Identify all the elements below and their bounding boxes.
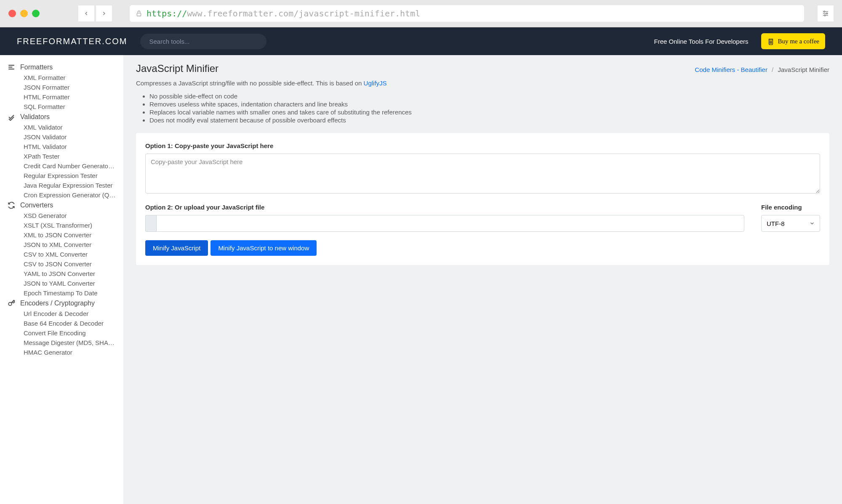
- minify-new-window-button[interactable]: Minify JavaScript to new window: [210, 240, 317, 256]
- sidebar-item[interactable]: JSON to YAML Converter: [0, 279, 123, 288]
- back-button[interactable]: [78, 5, 94, 21]
- form-card: Option 1: Copy-paste your JavaScript her…: [136, 133, 829, 265]
- traffic-lights: [8, 10, 40, 17]
- sidebar-item[interactable]: XML Formatter: [0, 73, 123, 82]
- search-input[interactable]: [140, 34, 266, 49]
- feature-item: Removes useless white spaces, indentatio…: [149, 101, 829, 108]
- maximize-window-button[interactable]: [32, 10, 40, 17]
- sidebar-item[interactable]: Credit Card Number Generator & V...: [0, 161, 123, 171]
- sidebar-item[interactable]: CSV to JSON Converter: [0, 259, 123, 269]
- file-browse-button[interactable]: [145, 215, 156, 232]
- sidebar-item[interactable]: HMAC Generator: [0, 347, 123, 357]
- breadcrumb-parent[interactable]: Code Minifiers - Beautifier: [695, 66, 767, 73]
- converters-icon: [8, 202, 15, 209]
- tagline: Free Online Tools For Developers: [654, 38, 749, 45]
- sidebar-section-validators[interactable]: Validators: [0, 111, 123, 122]
- intro-text: Compresses a JavaScript string/file with…: [136, 80, 829, 87]
- sidebar-item[interactable]: Url Encoder & Decoder: [0, 309, 123, 318]
- svg-rect-0: [137, 13, 141, 16]
- page-header: JavaScript Minifier Code Minifiers - Bea…: [136, 63, 829, 74]
- forward-button[interactable]: [96, 5, 112, 21]
- option2-label: Option 2: Or upload your JavaScript file: [145, 204, 744, 211]
- coffee-icon: [767, 37, 775, 46]
- sidebar-section-label: Converters: [20, 202, 53, 209]
- sidebar-item[interactable]: Cron Expression Generator (Quartz): [0, 190, 123, 200]
- javascript-input[interactable]: [145, 154, 820, 194]
- sidebar-item[interactable]: HTML Validator: [0, 142, 123, 151]
- feature-item: Replaces local variable names with small…: [149, 109, 829, 116]
- close-window-button[interactable]: [8, 10, 16, 17]
- formatters-icon: [8, 64, 15, 71]
- form-row: Option 2: Or upload your JavaScript file…: [145, 204, 820, 232]
- button-row: Minify JavaScript Minify JavaScript to n…: [145, 240, 820, 256]
- sidebar-item[interactable]: Regular Expression Tester: [0, 171, 123, 180]
- chevron-right-icon: [101, 11, 107, 16]
- sidebar-item[interactable]: JSON Formatter: [0, 82, 123, 92]
- coffee-label: Buy me a coffee: [778, 38, 819, 45]
- svg-rect-10: [8, 65, 14, 66]
- url-rest: www.freeformatter.com/javascript-minifie…: [187, 8, 420, 19]
- breadcrumb: Code Minifiers - Beautifier / JavaScript…: [695, 66, 829, 73]
- url-bar[interactable]: https://www.freeformatter.com/javascript…: [130, 5, 804, 22]
- option1-label: Option 1: Copy-paste your JavaScript her…: [145, 142, 820, 149]
- lock-icon: [136, 10, 142, 17]
- feature-item: Does not modify eval statement because o…: [149, 117, 829, 124]
- uglifyjs-link[interactable]: UglifyJS: [364, 80, 387, 87]
- sidebar-item[interactable]: XSD Generator: [0, 211, 123, 220]
- sidebar-item[interactable]: XML to JSON Converter: [0, 230, 123, 240]
- minify-button[interactable]: Minify JavaScript: [145, 240, 208, 256]
- sidebar-section-formatters[interactable]: Formatters: [0, 62, 123, 73]
- page-wrap: FormattersXML FormatterJSON FormatterHTM…: [0, 55, 842, 504]
- buy-coffee-button[interactable]: Buy me a coffee: [761, 33, 825, 49]
- sidebar-item[interactable]: CSV to XML Converter: [0, 249, 123, 259]
- sidebar-item[interactable]: Epoch Timestamp To Date: [0, 288, 123, 298]
- breadcrumb-separator: /: [772, 66, 773, 73]
- browser-chrome: https://www.freeformatter.com/javascript…: [0, 0, 842, 27]
- sidebar-item[interactable]: JSON Validator: [0, 132, 123, 142]
- logo[interactable]: FREEFORMATTER.COM: [17, 37, 128, 46]
- file-input[interactable]: [145, 215, 744, 232]
- sidebar-item[interactable]: YAML to JSON Converter: [0, 269, 123, 279]
- encoding-label: File encoding: [761, 204, 820, 211]
- sidebar-item[interactable]: Convert File Encoding: [0, 328, 123, 338]
- minimize-window-button[interactable]: [20, 10, 28, 17]
- sidebar-item[interactable]: XPath Tester: [0, 151, 123, 161]
- feature-item: No possible side-effect on code: [149, 93, 829, 100]
- sliders-icon: [822, 10, 829, 17]
- breadcrumb-current: JavaScript Minifier: [778, 66, 829, 73]
- svg-rect-11: [8, 67, 12, 68]
- encoding-select[interactable]: UTF-8: [761, 215, 820, 232]
- svg-point-5: [826, 13, 828, 14]
- svg-point-4: [824, 11, 825, 12]
- settings-button[interactable]: [818, 5, 834, 21]
- sidebar-item[interactable]: HTML Formatter: [0, 92, 123, 102]
- file-display: [156, 215, 744, 232]
- sidebar-section-converters[interactable]: Converters: [0, 200, 123, 211]
- sidebar: FormattersXML FormatterJSON FormatterHTM…: [0, 55, 123, 504]
- encoders-icon: [8, 300, 15, 307]
- sidebar-item[interactable]: SQL Formatter: [0, 102, 123, 111]
- sidebar-item[interactable]: JSON to XML Converter: [0, 240, 123, 249]
- nav-buttons: [78, 5, 112, 21]
- sidebar-section-label: Formatters: [20, 64, 53, 71]
- chevron-left-icon: [83, 11, 89, 16]
- features-list: No possible side-effect on codeRemoves u…: [136, 93, 829, 124]
- sidebar-item[interactable]: Message Digester (MD5, SHA-256, ...: [0, 338, 123, 347]
- sidebar-item[interactable]: XML Validator: [0, 122, 123, 132]
- site-header: FREEFORMATTER.COM Free Online Tools For …: [0, 27, 842, 55]
- main-content: JavaScript Minifier Code Minifiers - Bea…: [123, 55, 842, 504]
- sidebar-section-encoders[interactable]: Encoders / Cryptography: [0, 298, 123, 309]
- page-title: JavaScript Minifier: [136, 63, 218, 74]
- sidebar-section-label: Encoders / Cryptography: [20, 300, 95, 307]
- sidebar-item[interactable]: XSLT (XSL Transformer): [0, 220, 123, 230]
- sidebar-section-label: Validators: [20, 113, 50, 121]
- sidebar-item[interactable]: Java Regular Expression Tester: [0, 180, 123, 190]
- sidebar-item[interactable]: Base 64 Encoder & Decoder: [0, 318, 123, 328]
- validators-icon: [8, 113, 15, 121]
- svg-rect-12: [8, 69, 14, 69]
- url-protocol: https://: [147, 8, 187, 19]
- svg-point-6: [824, 15, 826, 16]
